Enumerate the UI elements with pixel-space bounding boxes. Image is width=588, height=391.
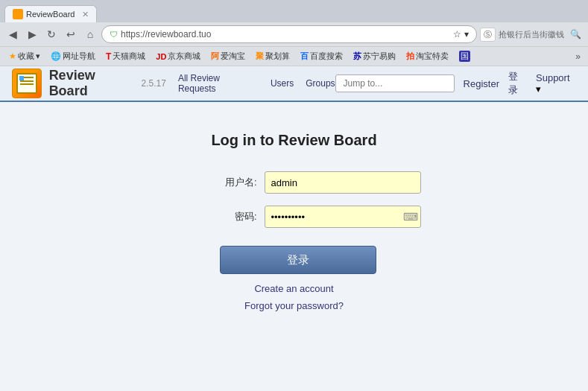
support-link[interactable]: Support (536, 72, 570, 83)
bookmark-guo-icon: 国 (459, 51, 470, 62)
tab-bar: ReviewBoard ✕ (0, 0, 588, 22)
bookmarks-more-button[interactable]: » (572, 50, 584, 63)
s-badge: Ⓢ (480, 28, 496, 42)
sidebar-text: 抢银行后当街徽钱 (499, 29, 564, 40)
refresh-button[interactable]: ↻ (43, 26, 60, 42)
bookmark-special-icon: 拍 (406, 51, 414, 62)
bookmark-juhuasuan-label: 聚划算 (265, 51, 290, 62)
bookmark-tmall-label: 天猫商城 (113, 51, 145, 62)
tab-label: ReviewBoard (26, 10, 75, 19)
lock-icon: 🛡 (110, 30, 118, 39)
login-link[interactable]: 登录 (508, 70, 527, 97)
undo-button[interactable]: ↩ (63, 26, 79, 42)
jump-to-input[interactable] (335, 74, 455, 92)
nav-users[interactable]: Users (271, 78, 294, 89)
login-title: Log in to Review Board (211, 132, 376, 149)
app-header-right: Register 登录 Support ▾ (335, 70, 576, 97)
address-text: https://reviewboard.tuo (121, 29, 450, 39)
bookmark-favorites[interactable]: ★ 收藏 ▾ (4, 49, 45, 63)
bookmark-globe-icon: 🌐 (51, 51, 61, 61)
create-account-link[interactable]: Create an account (254, 283, 333, 294)
form-links: Create an account Forgot your password? (244, 283, 344, 311)
search-button[interactable]: 🔍 (567, 26, 584, 42)
bookmark-tmall-icon: T (106, 51, 111, 62)
bookmark-juhuasuan-icon: 聚 (256, 51, 264, 62)
forgot-password-link[interactable]: Forgot your password? (244, 300, 344, 311)
bookmark-suning-label: 苏宁易购 (363, 51, 396, 62)
main-content: Log in to Review Board 用户名: 密码: ⌨ 登录 Cre… (0, 102, 588, 355)
username-label: 用户名: (212, 176, 257, 189)
bookmarks-bar: ★ 收藏 ▾ 🌐 网址导航 T 天猫商城 JD 京东商城 阿 爱淘宝 聚 聚划算… (0, 46, 588, 66)
bookmark-suning-icon: 苏 (353, 51, 361, 62)
app-header: Review Board 2.5.17 All Review Requests … (0, 66, 588, 102)
bookmark-label: 收藏 (18, 51, 34, 62)
password-row: 密码: ⌨ (168, 206, 421, 228)
support-label: Support ▾ (536, 72, 576, 95)
tab-close-icon[interactable]: ✕ (82, 10, 89, 19)
nav-all-reviews[interactable]: All Review Requests (178, 73, 259, 94)
bookmark-taobao-label: 爱淘宝 (221, 51, 245, 62)
bookmark-jd[interactable]: JD 京东商城 (151, 49, 205, 63)
arrow-icon: ▾ (464, 29, 469, 39)
bookmark-suning[interactable]: 苏 苏宁易购 (349, 49, 400, 63)
bookmark-juhuasuan[interactable]: 聚 聚划算 (251, 49, 294, 63)
password-input[interactable] (265, 206, 421, 228)
app-version: 2.5.17 (142, 78, 166, 89)
app-nav: All Review Requests Users Groups (178, 73, 335, 94)
browser-actions: Ⓢ 抢银行后当街徽钱 🔍 (480, 26, 584, 42)
browser-titlebar: ◀ ▶ ↻ ↩ ⌂ 🛡 https://reviewboard.tuo ☆ ▾ … (0, 22, 588, 46)
bookmark-baidu-label: 百度搜索 (310, 51, 343, 62)
bookmark-tmall[interactable]: T 天猫商城 (101, 49, 150, 63)
username-input[interactable] (265, 171, 421, 194)
bookmark-jd-icon: JD (156, 52, 166, 61)
bookmark-nav-label: 网址导航 (63, 51, 95, 62)
bookmark-star-icon: ★ (9, 51, 16, 61)
bookmark-guo[interactable]: 国 (455, 49, 475, 63)
forward-button[interactable]: ▶ (24, 26, 40, 42)
app-title: Review Board (49, 68, 137, 99)
bookmark-jd-label: 京东商城 (168, 51, 200, 62)
address-bar[interactable]: 🛡 https://reviewboard.tuo ☆ ▾ (101, 25, 477, 43)
bookmark-special[interactable]: 拍 淘宝特卖 (402, 49, 453, 63)
app-logo (12, 69, 42, 98)
username-row: 用户名: (168, 171, 421, 194)
support-arrow: ▾ (536, 83, 541, 95)
back-button[interactable]: ◀ (4, 26, 21, 42)
bookmark-taobao-icon: 阿 (211, 51, 219, 62)
keyboard-icon[interactable]: ⌨ (403, 211, 418, 223)
bookmark-baidu[interactable]: 百 百度搜索 (296, 49, 347, 63)
bookmark-arrow: ▾ (36, 51, 40, 61)
nav-groups[interactable]: Groups (306, 78, 335, 89)
login-button[interactable]: 登录 (220, 246, 376, 274)
app-logo-inner (16, 73, 37, 94)
star-icon: ☆ (453, 29, 461, 39)
home-button[interactable]: ⌂ (82, 26, 98, 42)
password-label: 密码: (212, 210, 257, 223)
bookmark-special-label: 淘宝特卖 (416, 51, 449, 62)
login-form: 用户名: 密码: ⌨ 登录 (168, 171, 421, 274)
password-wrapper: ⌨ (265, 206, 421, 228)
active-tab[interactable]: ReviewBoard ✕ (4, 5, 97, 22)
bookmark-baidu-icon: 百 (300, 51, 309, 62)
tab-favicon (13, 9, 23, 19)
register-link[interactable]: Register (464, 78, 499, 89)
bookmark-taobao[interactable]: 阿 爱淘宝 (206, 49, 250, 63)
bookmark-nav[interactable]: 🌐 网址导航 (46, 49, 100, 63)
